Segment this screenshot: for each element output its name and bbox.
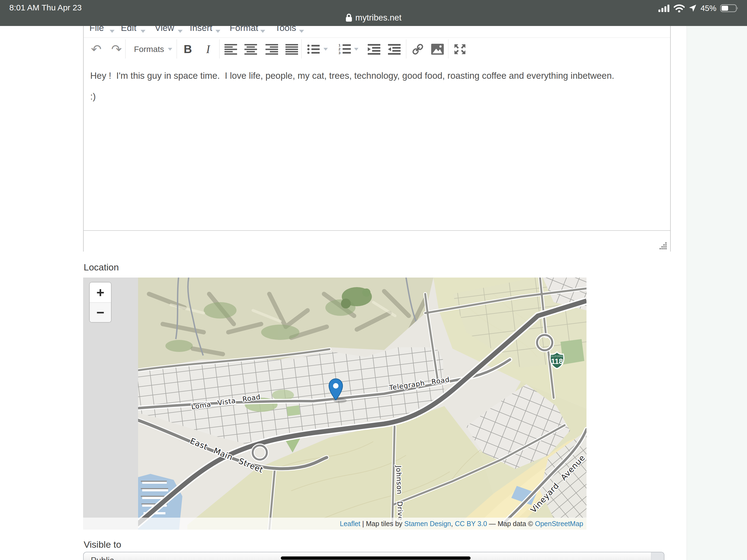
lock-icon	[345, 14, 352, 22]
chevron-down-icon	[140, 30, 146, 33]
undo-button[interactable]: ↶	[88, 38, 104, 61]
formats-dropdown[interactable]: Formats	[131, 38, 175, 61]
stamen-design-link[interactable]: Stamen Design	[404, 520, 451, 528]
numbered-list-button[interactable]: 123	[336, 38, 353, 61]
chevron-down-icon	[260, 30, 265, 33]
editor-content-area[interactable]: Hey ! I'm this guy in space time. I love…	[84, 61, 670, 230]
italic-button[interactable]: I	[200, 38, 216, 61]
map-canvas[interactable]: Loma Vista Road Telegraph Road East Main…	[138, 278, 587, 530]
insert-image-button[interactable]	[429, 38, 446, 61]
svg-text:1: 1	[338, 44, 340, 47]
editor-status-bar	[84, 230, 670, 252]
align-right-icon	[265, 44, 278, 55]
menu-edit[interactable]: Edit	[121, 26, 136, 33]
align-left-button[interactable]	[223, 38, 239, 61]
align-right-button[interactable]	[264, 38, 280, 61]
map-attribution: Leaflet | Map tiles by Stamen Design , C…	[83, 518, 587, 530]
zoom-out-button[interactable]: −	[90, 302, 111, 322]
marker-hole	[333, 383, 338, 388]
bullet-list-button[interactable]	[305, 38, 321, 61]
formats-label: Formats	[134, 45, 164, 54]
editor-toolbar: ↶ ↷ Formats B I	[84, 38, 670, 61]
chevron-down-icon	[110, 30, 114, 33]
redo-icon: ↷	[111, 43, 122, 55]
align-left-icon	[225, 44, 237, 55]
menu-file[interactable]: File	[89, 26, 104, 33]
bullet-list-icon	[307, 44, 319, 55]
map-zoom-control: + −	[89, 282, 111, 323]
editor-menubar: File Edit View Insert Format Tools	[84, 26, 670, 38]
cellular-signal-icon	[659, 4, 670, 12]
location-label: Location	[84, 262, 119, 273]
undo-icon: ↶	[91, 43, 102, 55]
select-scrollbar[interactable]	[651, 552, 664, 560]
menu-insert[interactable]: Insert	[190, 26, 212, 33]
status-bar: 8:01 AM Thu Apr 23 mytribes.net	[0, 0, 747, 26]
menu-view[interactable]: View	[155, 26, 174, 33]
bullet-list-options[interactable]	[321, 38, 330, 61]
cc-by-link[interactable]: CC BY 3.0	[455, 520, 487, 528]
attribution-comma: ,	[451, 520, 455, 528]
shield-number: 118	[551, 357, 563, 365]
location-arrow-icon	[689, 4, 697, 12]
ipad-screen: 8:01 AM Thu Apr 23 mytribes.net	[0, 0, 747, 560]
home-indicator[interactable]	[281, 556, 470, 560]
location-map[interactable]: Loma Vista Road Telegraph Road East Main…	[83, 278, 587, 530]
image-icon	[431, 44, 444, 55]
leaflet-link[interactable]: Leaflet	[340, 520, 360, 528]
battery-percent: 45%	[700, 4, 716, 13]
align-center-button[interactable]	[242, 38, 259, 61]
chevron-down-icon	[354, 48, 358, 51]
outdent-button[interactable]	[366, 38, 382, 61]
fullscreen-button[interactable]	[451, 38, 469, 61]
link-icon	[412, 43, 424, 55]
attribution-map-data: — Map data ©	[487, 520, 535, 528]
visible-to-label: Visible to	[84, 539, 121, 550]
numbered-list-icon: 123	[338, 44, 351, 55]
address-bar[interactable]: mytribes.net	[0, 11, 747, 25]
chevron-down-icon	[215, 30, 221, 33]
align-center-icon	[244, 44, 257, 55]
indent-icon	[388, 44, 401, 55]
align-justify-icon	[285, 44, 298, 55]
attribution-divider: |	[360, 520, 366, 528]
battery-icon	[720, 4, 739, 12]
url-text: mytribes.net	[356, 13, 402, 23]
wifi-icon	[674, 4, 685, 12]
chevron-down-icon	[324, 48, 328, 51]
page-right-gutter	[687, 26, 747, 560]
redo-button[interactable]: ↷	[108, 38, 125, 61]
chevron-down-icon	[299, 30, 304, 33]
menu-format[interactable]: Format	[230, 26, 258, 33]
profile-smiley: :)	[84, 90, 668, 103]
svg-text:2: 2	[338, 47, 340, 51]
numbered-list-options[interactable]	[352, 38, 361, 61]
align-justify-button[interactable]	[284, 38, 300, 61]
italic-icon: I	[206, 43, 210, 56]
attribution-tiles-by: Map tiles by	[366, 520, 404, 528]
status-icons: 45%	[659, 3, 739, 14]
insert-link-button[interactable]	[409, 38, 427, 61]
chevron-down-icon	[178, 30, 183, 33]
indent-button[interactable]	[386, 38, 403, 61]
chevron-down-icon	[168, 48, 172, 51]
openstreetmap-link[interactable]: OpenStreetMap	[535, 520, 584, 528]
profile-text: Hey ! I'm this guy in space time. I love…	[84, 70, 668, 82]
bold-button[interactable]: B	[180, 38, 196, 61]
resize-grip-icon[interactable]	[659, 242, 667, 249]
outdent-icon	[368, 44, 380, 55]
visible-to-option-public[interactable]: Public	[91, 556, 114, 560]
zoom-in-button[interactable]: +	[90, 282, 111, 302]
bold-icon: B	[184, 43, 192, 56]
fullscreen-icon	[454, 44, 466, 55]
menu-tools[interactable]: Tools	[275, 26, 296, 33]
svg-text:3: 3	[338, 51, 340, 55]
rich-text-editor: File Edit View Insert Format Tools ↶ ↷ F…	[83, 26, 671, 252]
